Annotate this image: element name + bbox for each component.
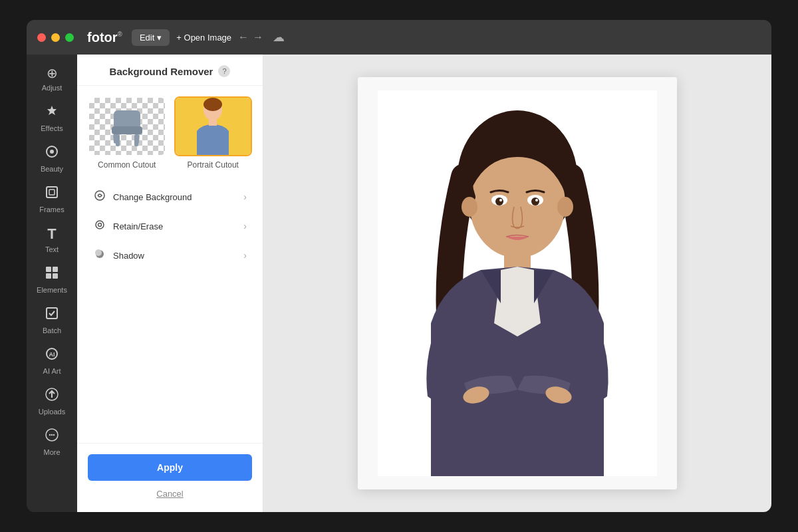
change-bg-label: Change Background	[113, 192, 237, 202]
svg-rect-2	[47, 187, 57, 198]
shadow-arrow-icon: ›	[243, 250, 247, 261]
svg-rect-21	[135, 134, 140, 144]
svg-point-14	[51, 434, 53, 436]
common-cutout-label: Common Cutout	[98, 160, 156, 170]
app-logo: fotor®	[87, 30, 122, 45]
browser-window: fotor® Edit ▾ + Open Image ← → ☁ ⊕ Adjus…	[27, 20, 771, 512]
svg-point-26	[96, 221, 104, 229]
sidebar-item-frames[interactable]: Frames	[29, 180, 74, 219]
panel-header: Background Remover ?	[77, 55, 263, 86]
portrait-cutout-thumb	[174, 96, 253, 156]
traffic-lights	[37, 33, 74, 42]
canvas-area	[263, 55, 771, 512]
svg-rect-3	[49, 190, 55, 195]
sidebar-label-effects: Effects	[41, 124, 63, 132]
back-arrow-button[interactable]: ←	[238, 31, 249, 43]
sidebar-label-batch: Batch	[43, 327, 61, 334]
change-background-item[interactable]: Change Background ›	[88, 183, 252, 211]
svg-point-1	[50, 150, 54, 154]
retain-erase-item[interactable]: Retain/Erase ›	[88, 212, 252, 240]
svg-point-41	[535, 199, 538, 201]
app-body: ⊕ Adjust Effects Beauty	[27, 55, 771, 512]
batch-icon	[45, 306, 59, 324]
sidebar-item-elements[interactable]: Elements	[29, 260, 74, 299]
svg-text:AI: AI	[49, 351, 55, 358]
sidebar-item-adjust[interactable]: ⊕ Adjust	[29, 60, 74, 97]
open-image-button[interactable]: + Open Image	[176, 33, 231, 43]
svg-rect-6	[46, 273, 51, 279]
svg-point-25	[95, 191, 104, 200]
canvas-content	[358, 77, 677, 489]
portrait-cutout-label: Portrait Cutout	[188, 160, 239, 170]
portrait-cutout-option[interactable]: Portrait Cutout	[174, 96, 253, 170]
help-icon[interactable]: ?	[218, 65, 230, 77]
shadow-item[interactable]: Shadow ›	[88, 241, 252, 269]
panel-footer: Apply Cancel	[77, 443, 263, 512]
retain-erase-icon	[93, 219, 106, 233]
svg-rect-4	[46, 267, 51, 272]
app-toolbar: fotor® Edit ▾ + Open Image ← → ☁	[87, 29, 285, 46]
svg-rect-16	[114, 110, 140, 129]
common-cutout-thumb	[88, 96, 166, 156]
sidebar-label-frames: Frames	[39, 205, 64, 213]
svg-point-23	[203, 98, 222, 111]
beauty-icon	[45, 144, 59, 162]
uploads-icon	[45, 387, 59, 405]
sidebar-item-more[interactable]: More	[29, 422, 74, 462]
nav-arrows: ← →	[238, 31, 263, 43]
svg-rect-8	[47, 308, 57, 319]
sidebar-label-beauty: Beauty	[41, 165, 63, 173]
sidebar-label-more: More	[43, 448, 60, 456]
person-container	[358, 77, 677, 489]
change-bg-icon	[93, 190, 106, 204]
ai-art-icon: AI	[45, 346, 59, 364]
svg-point-34	[462, 197, 477, 217]
close-button[interactable]	[37, 33, 46, 42]
sidebar-item-uploads[interactable]: Uploads	[29, 382, 74, 421]
svg-point-37	[495, 198, 503, 205]
change-bg-arrow-icon: ›	[243, 192, 247, 202]
retain-erase-arrow-icon: ›	[243, 221, 247, 231]
sidebar-label-ai-art: AI Art	[43, 367, 61, 375]
portrait-svg	[189, 96, 237, 155]
svg-rect-5	[53, 267, 58, 272]
person-portrait-svg	[378, 90, 657, 476]
sidebar-item-effects[interactable]: Effects	[29, 98, 74, 138]
svg-rect-20	[113, 134, 118, 143]
bg-remover-panel: Background Remover ?	[77, 55, 263, 512]
svg-point-29	[95, 249, 102, 256]
sidebar-label-adjust: Adjust	[42, 84, 63, 92]
cloud-icon: ☁	[273, 30, 285, 45]
cutout-options: Common Cutout	[88, 96, 252, 170]
edit-button[interactable]: Edit ▾	[132, 29, 170, 46]
common-cutout-option[interactable]: Common Cutout	[88, 96, 166, 170]
more-icon	[45, 428, 59, 446]
adjust-icon: ⊕	[47, 65, 58, 81]
maximize-button[interactable]	[65, 33, 74, 42]
sidebar-item-ai-art[interactable]: AI AI Art	[29, 341, 74, 380]
forward-arrow-button[interactable]: →	[253, 31, 263, 43]
shadow-icon	[93, 248, 106, 263]
panel-content: Common Cutout	[77, 86, 263, 443]
svg-point-40	[531, 198, 539, 205]
sidebar-label-text: Text	[45, 245, 59, 253]
svg-rect-24	[209, 119, 217, 126]
svg-rect-17	[112, 126, 142, 134]
svg-point-35	[557, 197, 573, 217]
sidebar-item-batch[interactable]: Batch	[29, 301, 74, 340]
sidebar-item-text[interactable]: T Text	[29, 220, 74, 259]
cancel-button[interactable]: Cancel	[88, 486, 252, 501]
minimize-button[interactable]	[51, 33, 60, 42]
chair-svg	[104, 105, 150, 152]
shadow-label: Shadow	[113, 251, 237, 261]
svg-point-27	[98, 223, 102, 227]
elements-icon	[45, 265, 59, 283]
sidebar-item-beauty[interactable]: Beauty	[29, 139, 74, 178]
svg-point-15	[53, 434, 55, 436]
svg-point-13	[49, 434, 51, 436]
frames-icon	[45, 185, 59, 203]
panel-title: Background Remover	[110, 66, 213, 77]
apply-button[interactable]: Apply	[88, 454, 252, 481]
sidebar-label-uploads: Uploads	[39, 408, 65, 416]
text-icon: T	[47, 225, 56, 243]
